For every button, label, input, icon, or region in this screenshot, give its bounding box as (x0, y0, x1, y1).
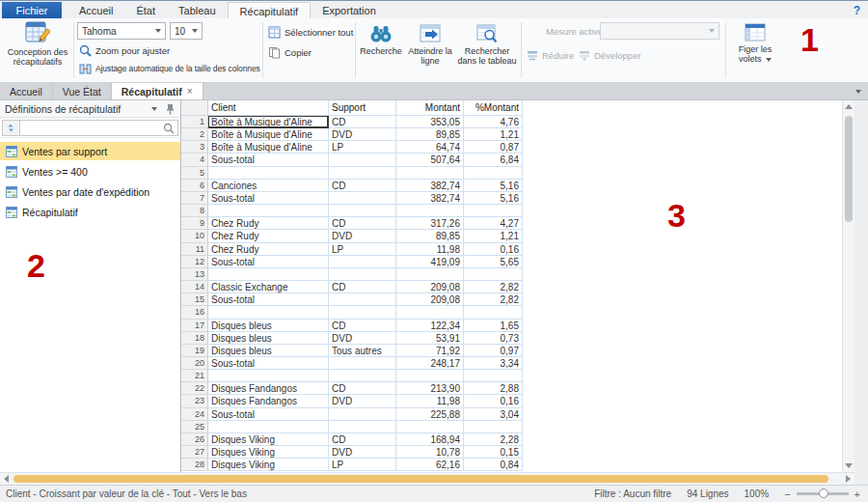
cell[interactable] (396, 268, 464, 281)
cell[interactable]: LP (329, 141, 396, 153)
cell[interactable] (329, 357, 396, 370)
document-tab-récapitulatif[interactable]: Récapitulatif× (112, 83, 203, 99)
cell[interactable] (208, 421, 329, 433)
cell[interactable] (208, 370, 329, 382)
cell[interactable]: 89,85 (396, 128, 464, 141)
cell[interactable] (329, 153, 396, 166)
cell[interactable]: DVD (329, 395, 396, 407)
cell[interactable] (396, 306, 464, 319)
cell[interactable]: Sous-total (208, 408, 329, 421)
cell[interactable] (329, 408, 396, 421)
row-number[interactable]: 14 (181, 281, 208, 293)
row-number[interactable]: 16 (181, 306, 208, 319)
search-button[interactable]: Recherche (359, 20, 403, 80)
cell[interactable]: 6,84 (464, 153, 523, 166)
row-number[interactable]: 9 (181, 217, 208, 230)
row-number[interactable]: 19 (181, 345, 208, 357)
cell[interactable]: 11,98 (396, 243, 464, 256)
cell[interactable]: Sous-total (208, 256, 329, 268)
cell[interactable] (329, 370, 396, 382)
cell[interactable]: CD (329, 382, 396, 395)
cell[interactable]: 11,98 (396, 395, 464, 407)
zoom-slider[interactable]: − + (784, 488, 860, 500)
search-in-table-button[interactable]: Rechercher dans le tableau (457, 20, 517, 80)
cell[interactable]: DVD (329, 446, 396, 459)
horizontal-scrollbar-thumb[interactable] (14, 475, 828, 483)
cell[interactable]: CD (329, 180, 396, 192)
cell[interactable] (396, 167, 464, 180)
column-header-client[interactable]: Client (208, 100, 329, 116)
scroll-up-icon[interactable] (845, 104, 853, 109)
row-number[interactable]: 6 (181, 180, 208, 192)
cell[interactable] (329, 205, 396, 217)
cell[interactable]: 0,97 (464, 345, 523, 357)
cell[interactable]: Disques bleus (208, 332, 329, 345)
cell[interactable]: 5,16 (464, 192, 523, 205)
cell[interactable]: 168,94 (396, 433, 464, 446)
sort-button[interactable] (2, 120, 20, 136)
cell[interactable]: 507,64 (396, 153, 464, 166)
cell[interactable]: 419,09 (396, 256, 464, 268)
cell[interactable]: CD (329, 281, 396, 293)
cell[interactable]: 10,78 (396, 446, 464, 459)
cell[interactable]: Canciones (208, 180, 329, 192)
cell[interactable]: Disques Viking (208, 459, 329, 471)
cell[interactable]: 1,21 (464, 230, 523, 242)
row-number[interactable]: 23 (181, 395, 208, 407)
cell[interactable]: 4,76 (464, 116, 523, 128)
cell[interactable] (464, 205, 523, 217)
cell[interactable]: 1,21 (464, 128, 523, 141)
cell[interactable]: 71,92 (396, 345, 464, 357)
cell[interactable]: 64,74 (396, 141, 464, 153)
cell[interactable]: 209,08 (396, 293, 464, 306)
pin-icon[interactable] (165, 103, 176, 115)
cell[interactable]: Disques Viking (208, 433, 329, 446)
zoom-slider-thumb[interactable] (819, 488, 828, 498)
cell[interactable]: 382,74 (396, 192, 464, 205)
cell[interactable]: DVD (329, 128, 396, 141)
zoom-to-fit-button[interactable]: Zoom pour ajuster (79, 42, 170, 58)
cell[interactable]: Disques Viking (208, 446, 329, 459)
scroll-down-icon[interactable] (845, 463, 853, 468)
cell[interactable]: Chez Rudy (208, 230, 329, 242)
row-number[interactable]: 1 (181, 116, 208, 128)
cell[interactable] (329, 421, 396, 433)
cell[interactable]: 382,74 (396, 180, 464, 192)
cell[interactable] (329, 293, 396, 306)
help-button[interactable]: ? (854, 4, 860, 17)
row-number[interactable]: 5 (181, 167, 208, 180)
zoom-in-button[interactable]: + (854, 488, 860, 500)
cell[interactable]: 0,73 (464, 332, 523, 345)
goto-line-button[interactable]: Atteindre la ligne (407, 20, 453, 80)
cell[interactable]: 225,88 (396, 408, 464, 421)
row-number[interactable]: 20 (181, 357, 208, 370)
cell[interactable]: Boîte à Musique d'Aline (208, 116, 329, 128)
row-number[interactable]: 7 (181, 192, 208, 205)
cell[interactable]: 53,91 (396, 332, 464, 345)
row-number[interactable]: 25 (181, 421, 208, 433)
select-all-button[interactable]: Sélectionner tout (268, 24, 353, 40)
cell[interactable] (208, 205, 329, 217)
cell[interactable]: CD (329, 217, 396, 230)
cell[interactable]: 5,16 (464, 180, 523, 192)
cell[interactable]: 122,34 (396, 320, 464, 332)
cell[interactable]: 0,87 (464, 141, 523, 153)
row-number[interactable]: 15 (181, 293, 208, 306)
row-number[interactable]: 17 (181, 320, 208, 332)
ribbon-tab-état[interactable]: État (124, 2, 167, 19)
cell[interactable]: Sous-total (208, 293, 329, 306)
cell[interactable]: Boîte à Musique d'Aline (208, 128, 329, 141)
cell[interactable]: 4,27 (464, 217, 523, 230)
cell[interactable]: LP (329, 243, 396, 256)
cell[interactable]: Tous autres (329, 345, 396, 357)
cell[interactable]: LP (329, 459, 396, 471)
ribbon-tab-accueil[interactable]: Accueil (68, 2, 124, 19)
cell[interactable] (208, 167, 329, 180)
row-number[interactable]: 22 (181, 382, 208, 395)
row-number[interactable]: 12 (181, 256, 208, 268)
cell[interactable] (464, 268, 523, 281)
cell[interactable]: 0,15 (464, 446, 523, 459)
column-header-pctmontant[interactable]: %Montant (464, 100, 523, 116)
row-number[interactable]: 21 (181, 370, 208, 382)
ribbon-tab-récapitulatif[interactable]: Récapitulatif (228, 2, 312, 19)
